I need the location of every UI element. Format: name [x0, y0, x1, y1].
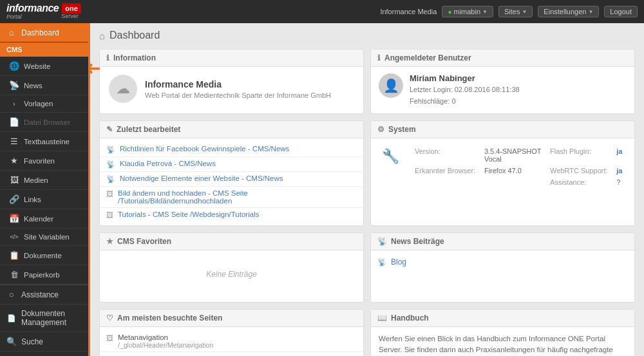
sidebar-item-dokumente[interactable]: 📋 Dokumente [0, 246, 88, 265]
webrtc-link[interactable]: ja [616, 167, 622, 174]
info-card-header-label: Information [113, 53, 156, 62]
dashboard-grid: ℹ Information ☁ Informance Media Web Por… [99, 49, 635, 356]
assistance-sys-label: Assistance: [547, 177, 612, 187]
sidebar-website-label: Website [24, 62, 50, 70]
wrench-icon: 🔧 [379, 145, 402, 168]
sidebar-item-dashboard[interactable]: ⌂ Dashboard [0, 23, 88, 42]
sidebar-item-assistance[interactable]: ○ Assistance [0, 285, 88, 304]
info-title: Informance Media [145, 79, 331, 89]
content-area: ➜ ⌂ Dashboard ℹ Information ☁ Informance… [90, 23, 644, 356]
arrow-indicator: ➜ [90, 57, 101, 79]
sidebar-item-website[interactable]: 🌐 Website [0, 57, 88, 76]
favoriten-card-header: ★ CMS Favoriten [100, 233, 363, 250]
meist-item-path-1: /_global/Header/Metanavigation [118, 341, 213, 349]
handbuch-card: 📖 Handbuch Werfen Sie einen Blick in das… [370, 309, 635, 356]
page-title: ⌂ Dashboard [99, 30, 635, 41]
benutzer-card-header: ℹ Angemeldeter Benutzer [371, 50, 634, 67]
zuletzt-item-2: 📡 Klaudia Petrová - CMS/News [100, 157, 363, 172]
sidebar-section-cms[interactable]: CMS [0, 42, 88, 57]
sidebar-papierkorb-label: Papierkorb [24, 271, 60, 279]
user-button[interactable]: ● mimabin ▼ [442, 6, 493, 17]
sidebar-item-textbausteine[interactable]: ☰ Textbausteine [0, 132, 88, 151]
version-label: Version: [412, 146, 480, 164]
zuletzt-link-4[interactable]: Bild ändern und hochladen - CMS Seite /T… [118, 189, 357, 205]
edit-icon: ✎ [106, 125, 113, 134]
settings-button[interactable]: Einstellungen ▼ [538, 6, 599, 17]
sidebar-item-suche[interactable]: 🔍 Suche [0, 332, 88, 351]
zuletzt-link-2[interactable]: Klaudia Petrová - CMS/News [120, 160, 216, 167]
sidebar-item-papierkorb[interactable]: 🗑 Papierkorb [0, 265, 88, 285]
sidebar-item-medien[interactable]: 🖼 Medien [0, 171, 88, 190]
zuletzt-link-5[interactable]: Tutorials - CMS Seite /Webdesign/Tutoria… [118, 211, 259, 218]
logo-server: Server [61, 14, 81, 20]
settings-label: Einstellungen [544, 8, 586, 15]
sites-button[interactable]: Sites ▼ [498, 6, 533, 17]
datei-browser-icon: 📄 [9, 117, 19, 127]
user-name-label: mimabin [453, 8, 480, 15]
sidebar-item-links[interactable]: 🔗 Links [0, 190, 88, 209]
sidebar-favoriten-label: Favoriten [24, 157, 55, 165]
fehlschlaege-value: 0 [451, 97, 455, 105]
browser-label: Erkannter Browser: [412, 165, 480, 176]
zuletzt-link-3[interactable]: Notwendige Elemente einer Website - CMS/… [120, 174, 283, 182]
news-link-1[interactable]: Blog [391, 258, 406, 267]
benutzer-name: Miriam Nabinger [410, 73, 520, 83]
cms-label: CMS [6, 46, 22, 53]
meist-card: ♡ Am meisten besuchte Seiten 🖼 Metanavig… [99, 309, 364, 356]
logo-one: one [62, 3, 81, 14]
heart-icon: ♡ [106, 314, 113, 323]
system-card-header-label: System [388, 125, 416, 134]
doku-mgmt-icon: 📄 [6, 314, 17, 323]
zuletzt-link-1[interactable]: Richtlinien für Facebook Gewinnspiele - … [120, 145, 289, 153]
zuletzt-card-header: ✎ Zuletzt bearbeitet [100, 121, 363, 138]
logout-label: Logout [610, 8, 632, 15]
logo-text: informance [6, 3, 59, 14]
handbuch-body: Werfen Sie einen Blick in das Handbuch z… [371, 327, 634, 356]
sidebar-doku-mgmt-label: Dokumenten Management [21, 309, 82, 327]
info-card: ℹ Information ☁ Informance Media Web Por… [99, 49, 364, 114]
sidebar: ⌂ Dashboard CMS 🌐 Website 📡 News › Vorla… [0, 23, 90, 356]
zuletzt-card-header-label: Zuletzt bearbeitet [117, 125, 180, 134]
sidebar-assistance-label: Assistance [21, 290, 59, 299]
benutzer-card-header-label: Angemeldeter Benutzer [384, 53, 471, 62]
system-browser-row: Erkannter Browser: Firefox 47.0 WebRTC S… [412, 165, 625, 176]
sidebar-item-favoriten[interactable]: ★ Favoriten [0, 151, 88, 171]
letzter-login-label: Letzter Login: [410, 86, 453, 93]
favoriten-card-header-label: CMS Favoriten [117, 237, 171, 246]
logout-button[interactable]: Logout [604, 6, 638, 17]
info-icon: ℹ [106, 53, 109, 62]
flash-label: Flash Plugin: [547, 146, 612, 164]
news-item-icon-1: 📡 [377, 258, 386, 267]
zuletzt-item-4: 🖼 Bild ändern und hochladen - CMS Seite … [100, 187, 363, 208]
zuletzt-item-icon-1: 📡 [106, 145, 115, 154]
system-card-header: ⚙ System [371, 121, 634, 138]
sidebar-item-datei-browser[interactable]: 📄 Datei Browser [0, 113, 88, 132]
sidebar-item-anwendungen[interactable]: ⊞ Anwendungen [0, 351, 88, 356]
sidebar-medien-label: Medien [24, 176, 48, 184]
sidebar-links-label: Links [24, 196, 41, 203]
system-assistance-row: Assistance: ? [412, 177, 625, 187]
kalender-icon: 📅 [9, 214, 19, 223]
sidebar-site-variablen-label: Site Variablen [24, 233, 70, 241]
medien-icon: 🖼 [9, 175, 19, 185]
settings-chevron-icon: ▼ [588, 9, 593, 15]
news-card: 📡 News Beiträge 📡 Blog [370, 232, 635, 303]
sites-chevron-icon: ▼ [522, 9, 527, 15]
zuletzt-list: 📡 Richtlinien für Facebook Gewinnspiele … [100, 138, 363, 225]
sidebar-item-kalender[interactable]: 📅 Kalender [0, 209, 88, 229]
zuletzt-item-5: 🖼 Tutorials - CMS Seite /Webdesign/Tutor… [100, 208, 363, 221]
sidebar-item-site-variablen[interactable]: </> Site Variablen [0, 229, 88, 246]
system-table: Version: 3.5.4-SNAPSHOTVocal Flash Plugi… [411, 145, 627, 189]
handbuch-card-header-label: Handbuch [391, 314, 429, 323]
sidebar-item-news[interactable]: 📡 News [0, 76, 88, 95]
papierkorb-icon: 🗑 [9, 270, 19, 279]
favoriten-card: ★ CMS Favoriten Keine Einträge [99, 232, 364, 303]
sidebar-item-vorlagen[interactable]: › Vorlagen [0, 95, 88, 113]
avatar: 👤 [379, 73, 403, 98]
sidebar-item-dokumenten-management[interactable]: 📄 Dokumenten Management [0, 304, 88, 332]
dashboard-icon: ⌂ [6, 28, 17, 37]
favoriten-body: Keine Einträge [100, 250, 363, 302]
flash-link[interactable]: ja [616, 147, 622, 155]
flash-value: ja [614, 146, 625, 164]
system-gear-icon: ⚙ [377, 125, 384, 134]
